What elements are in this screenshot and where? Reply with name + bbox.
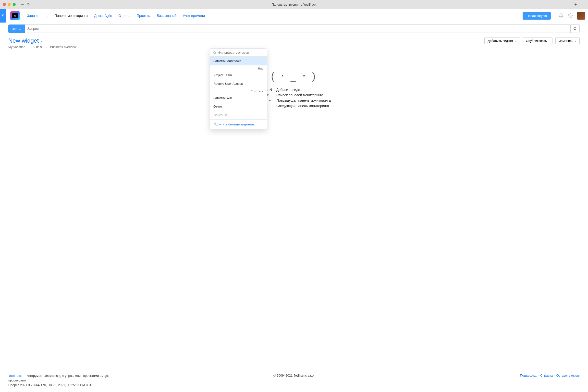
hint-row: ⇧ ←Предыдущая панель мониторинга (257, 98, 331, 102)
widget-option-project-team[interactable]: Project Team (210, 71, 267, 80)
widget-option-markdown[interactable]: Заметки Markdown (210, 56, 267, 65)
feather-icon[interactable] (0, 9, 6, 22)
chevron-down-icon: ⌄ (574, 40, 576, 42)
widget-option-wiki[interactable]: Заметки Wiki (210, 94, 267, 102)
chevron-down-icon: ⌄ (40, 39, 43, 43)
breadcrumb-position: 9 из 9 (33, 45, 42, 49)
breadcrumb-next-icon[interactable]: → (44, 45, 48, 49)
chevron-down-icon: ⌄ (18, 27, 21, 30)
empty-state: ( ･ _ ･ ) ⌃ ⌥ NДобавить виджет ⇧ ↓Список… (0, 71, 588, 108)
svg-point-3 (214, 52, 215, 54)
avatar[interactable] (577, 12, 585, 20)
empty-face-icon: ( ･ _ ･ ) (271, 71, 317, 82)
dropdown-group-hub: Hub (210, 66, 267, 71)
hint-row: ⇧ →Следующая панель мониторинга (257, 104, 331, 108)
add-widget-button[interactable]: Добавить виджет⌄ (484, 37, 520, 44)
svg-line-2 (576, 30, 576, 30)
widget-option-report[interactable]: Отчет (210, 102, 267, 108)
svg-point-0 (570, 15, 571, 16)
hint-text: Список панелей мониторинга (276, 93, 323, 97)
top-navigation: YT Задачи | ⌄ Панели мониторинга Доски A… (0, 9, 588, 22)
minimize-window-button[interactable] (8, 3, 11, 6)
new-issue-button[interactable]: Новая задача (522, 12, 551, 20)
search-icon (573, 27, 577, 30)
edit-label: Изменить (558, 39, 573, 43)
kebab-menu-icon[interactable]: ⋮ (581, 2, 585, 7)
search-button[interactable] (570, 24, 580, 33)
add-widget-label: Добавить виджет (488, 39, 513, 43)
nav-separator: | (42, 14, 42, 18)
breadcrumb: My vacation ← 9 из 9 → Business overview (8, 45, 76, 49)
back-icon[interactable]: ← (20, 2, 24, 6)
dropdown-filter (210, 49, 267, 56)
nav-issues-dropdown[interactable]: ⌄ (46, 14, 48, 17)
gear-icon[interactable] (568, 13, 573, 18)
extensions-icon[interactable]: ✦ (574, 2, 577, 7)
search-bar: Все⌄ (8, 24, 580, 33)
nav-reports[interactable]: Отчеты (118, 14, 130, 18)
hint-row: ⇧ ↓Список панелей мониторинга (257, 93, 331, 97)
hint-text: Добавить виджет (276, 88, 304, 92)
nav-timesheets[interactable]: Учет времени (183, 14, 205, 18)
close-window-button[interactable] (3, 3, 6, 6)
search-input[interactable] (25, 24, 570, 33)
chevron-down-icon: ⌄ (46, 14, 48, 17)
nav-projects[interactable]: Проекты (137, 14, 150, 18)
nav-issues[interactable]: Задачи (27, 14, 38, 18)
youtrack-logo[interactable]: YT (10, 11, 20, 20)
search-scope-button[interactable]: Все⌄ (8, 24, 25, 33)
publish-button[interactable]: Опубликовать... (523, 37, 553, 44)
add-widget-dropdown: Заметки Markdown Hub Project Team Revoke… (210, 48, 267, 108)
chevron-down-icon: ⌄ (515, 40, 517, 42)
widget-option-revoke-access[interactable]: Revoke User Access (210, 80, 267, 88)
breadcrumb-prev-name: My vacation (8, 45, 25, 49)
youtrack-logo-text: YT (12, 13, 18, 18)
nav-dashboards[interactable]: Панели мониторинга (54, 14, 88, 18)
search-scope-label: Все (12, 27, 17, 30)
svg-point-1 (574, 28, 576, 30)
breadcrumb-prev-icon[interactable]: ← (28, 45, 31, 49)
nav-issues-label: Задачи (27, 14, 38, 18)
page-header: New widget ⌄ My vacation ← 9 из 9 → Busi… (8, 37, 580, 49)
browser-nav: ← (20, 2, 24, 6)
search-icon (213, 51, 216, 54)
window-title: Панель мониторинга YouTrack (272, 3, 316, 6)
edit-button[interactable]: Изменить⌄ (556, 37, 580, 44)
traffic-lights (3, 3, 16, 6)
hint-text: Следующая панель мониторинга (276, 104, 329, 108)
dropdown-filter-input[interactable] (218, 51, 264, 54)
dashboard-title-dropdown[interactable]: New widget ⌄ (8, 37, 76, 44)
nav-agile[interactable]: Доски Agile (94, 14, 112, 18)
hint-text: Предыдущая панель мониторинга (276, 98, 331, 102)
bell-icon[interactable] (558, 13, 564, 18)
nav-knowledge-base[interactable]: База знаний (157, 14, 176, 18)
maximize-window-button[interactable] (13, 3, 16, 6)
reload-icon[interactable]: ⟳ (27, 2, 30, 6)
hint-row: ⌃ ⌥ NДобавить виджет (257, 88, 331, 92)
dropdown-group-youtrack: YouTrack (210, 88, 267, 94)
page-title: New widget (8, 37, 39, 44)
window-titlebar: ← ⟳ Панель мониторинга YouTrack ✦ ⋮ (0, 0, 588, 9)
svg-line-4 (215, 53, 216, 54)
breadcrumb-next-name: Business overview (50, 45, 76, 49)
